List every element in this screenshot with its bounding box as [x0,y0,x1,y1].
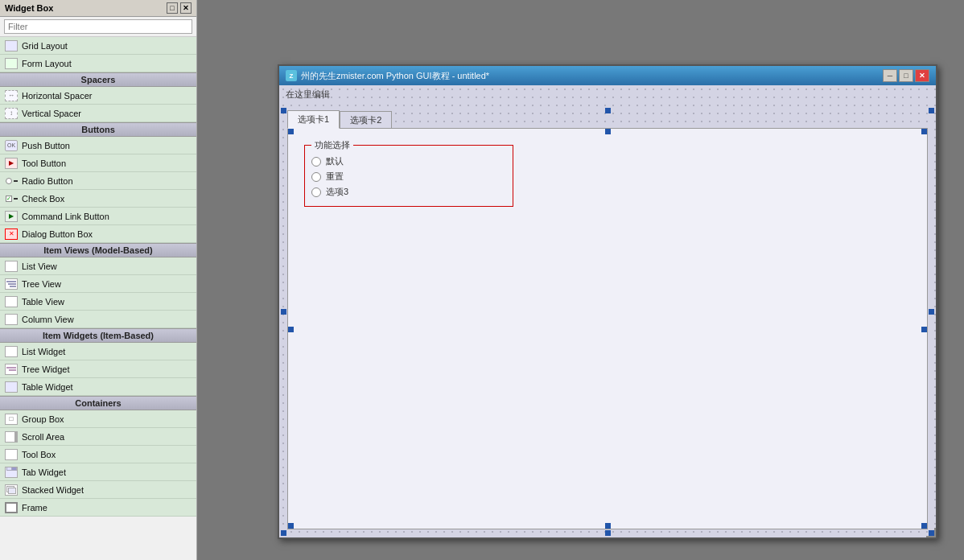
widget-box: Widget Box □ ✕ Grid Layout Form Layout S… [0,0,197,560]
horizontal-spacer-label: Horizontal Spacer [22,91,92,101]
tab-content: 功能选择 默认 重置 选项3 [287,128,928,529]
form-layout-label: Form Layout [22,59,72,68]
widget-item-grid-layout[interactable]: Grid Layout [0,37,196,55]
widget-item-scroll-area[interactable]: Scroll Area [0,428,196,446]
qt-window-content[interactable]: 在这里编辑 选项卡1 选项卡2 功能选择 默认 [279,85,936,537]
widget-item-radio-button[interactable]: Radio Button [0,172,196,190]
group-box-widget: 功能选择 默认 重置 选项3 [304,145,513,207]
list-view-icon [5,261,18,272]
tab-1[interactable]: 选项卡1 [287,110,340,129]
form-layout-icon [5,58,18,69]
edit-field-text: 在这里编辑 [286,89,330,99]
resize-handle-bm[interactable] [605,523,611,529]
table-view-icon [5,296,18,307]
frame-label: Frame [22,503,47,513]
category-buttons: Buttons [0,122,196,137]
widget-item-stacked-widget[interactable]: Stacked Widget [0,481,196,499]
close-button[interactable]: ✕ [180,2,192,14]
widget-item-push-button[interactable]: OK Push Button [0,137,196,154]
list-view-label: List View [22,261,57,271]
tab-widget-label: Tab Widget [22,467,66,477]
tool-button-icon: ▶ [5,158,18,169]
table-widget-icon [5,381,18,393]
widget-item-frame[interactable]: Frame [0,499,196,517]
widget-item-tree-view[interactable]: Tree View [0,275,196,293]
resize-handle-tr[interactable] [921,129,927,134]
qt-window-titlebar: Z 州的先生zmister.com Python GUI教程 - untitle… [279,66,936,85]
radio-circle-1[interactable] [311,157,321,167]
outer-resize-bm[interactable] [605,530,611,536]
check-box-icon: ✓ [5,193,18,204]
widget-filter-input[interactable] [4,19,192,34]
grid-layout-icon [5,40,18,51]
stacked-widget-label: Stacked Widget [22,485,84,495]
tree-view-icon [5,278,18,290]
widget-item-table-widget[interactable]: Table Widget [0,378,196,396]
widget-item-form-layout[interactable]: Form Layout [0,55,196,72]
scroll-area-label: Scroll Area [22,432,64,442]
horizontal-spacer-icon: ↔ [5,90,18,101]
table-view-label: Table View [22,297,64,307]
resize-handle-ml[interactable] [288,327,294,332]
resize-handle-tm[interactable] [605,129,611,134]
widget-item-table-view[interactable]: Table View [0,293,196,311]
tree-widget-label: Tree Widget [22,364,70,374]
widget-box-title: Widget Box [5,3,53,13]
widget-item-tab-widget[interactable]: Tab Widget [0,463,196,481]
group-box-title: 功能选择 [311,139,353,151]
dialog-button-box-label: Dialog Button Box [22,229,93,239]
qt-window-title-left: Z 州的先生zmister.com Python GUI教程 - untitle… [286,70,489,82]
category-containers: Containers [0,396,196,410]
radio-label-2: 重置 [326,171,344,183]
widget-item-tree-widget[interactable]: Tree Widget [0,360,196,378]
grid-layout-label: Grid Layout [22,41,68,51]
radio-label-1: 默认 [326,155,344,167]
radio-circle-2[interactable] [311,172,321,182]
float-button[interactable]: □ [167,2,178,14]
outer-resize-bl[interactable] [281,530,286,536]
size-grip[interactable] [926,528,936,537]
widget-box-titlebar: Widget Box □ ✕ [0,0,196,17]
widget-item-column-view[interactable]: Column View [0,311,196,328]
widget-item-tool-box[interactable]: Tool Box [0,446,196,463]
widget-item-command-link-button[interactable]: ▶ Command Link Button [0,208,196,225]
stacked-widget-icon [5,484,18,496]
outer-resize-tl[interactable] [281,108,286,113]
outer-resize-mr[interactable] [929,309,934,315]
radio-label-3: 选项3 [326,186,348,198]
widget-item-group-box[interactable]: □ Group Box [0,410,196,428]
category-item-views: Item Views (Model-Based) [0,243,196,257]
tool-box-icon [5,449,18,460]
tab-widget-container: 选项卡1 选项卡2 功能选择 默认 重置 [287,109,928,529]
command-link-button-label: Command Link Button [22,212,109,221]
widget-item-dialog-button-box[interactable]: ✕ Dialog Button Box [0,225,196,243]
minimize-button[interactable]: ─ [883,69,897,82]
qt-window-title-text: 州的先生zmister.com Python GUI教程 - untitled* [301,70,489,82]
widget-item-list-view[interactable]: List View [0,257,196,275]
qt-designer-window: Z 州的先生zmister.com Python GUI教程 - untitle… [278,64,937,539]
widget-item-list-widget[interactable]: List Widget [0,343,196,360]
push-button-icon: OK [5,140,18,151]
resize-handle-bl[interactable] [288,523,294,529]
vertical-spacer-icon: ↕ [5,108,18,119]
radio-option-1: 默认 [311,154,506,169]
resize-handle-tl[interactable] [288,129,294,134]
table-widget-label: Table Widget [22,382,73,392]
list-widget-icon [5,346,18,357]
radio-circle-3[interactable] [311,187,321,197]
widget-item-tool-button[interactable]: ▶ Tool Button [0,154,196,172]
outer-resize-tm[interactable] [605,108,611,113]
group-box-label: Group Box [22,414,64,424]
widget-item-check-box[interactable]: ✓ Check Box [0,190,196,208]
resize-handle-mr[interactable] [921,327,927,332]
check-box-label: Check Box [22,194,64,204]
widget-item-vertical-spacer[interactable]: ↕ Vertical Spacer [0,105,196,122]
command-link-button-icon: ▶ [5,211,18,222]
outer-resize-ml[interactable] [281,309,286,315]
maximize-button[interactable]: □ [899,69,913,82]
widget-item-horizontal-spacer[interactable]: ↔ Horizontal Spacer [0,87,196,105]
tab-2[interactable]: 选项卡2 [340,111,392,129]
close-button[interactable]: ✕ [915,69,929,82]
widget-list: Grid Layout Form Layout Spacers ↔ Horizo… [0,37,196,560]
outer-resize-tr[interactable] [929,108,934,113]
